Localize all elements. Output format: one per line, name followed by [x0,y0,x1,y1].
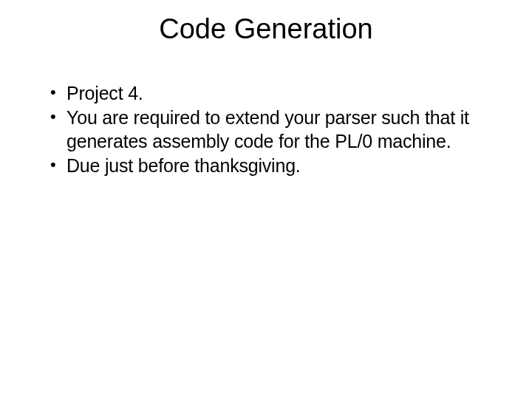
slide-title: Code Generation [37,13,495,45]
slide-container: Code Generation Project 4. You are requi… [0,0,532,399]
bullet-list: Project 4. You are required to extend yo… [37,82,495,177]
bullet-item: Due just before thanksgiving. [50,154,495,177]
bullet-item: Project 4. [50,82,495,105]
bullet-item: You are required to extend your parser s… [50,106,495,153]
